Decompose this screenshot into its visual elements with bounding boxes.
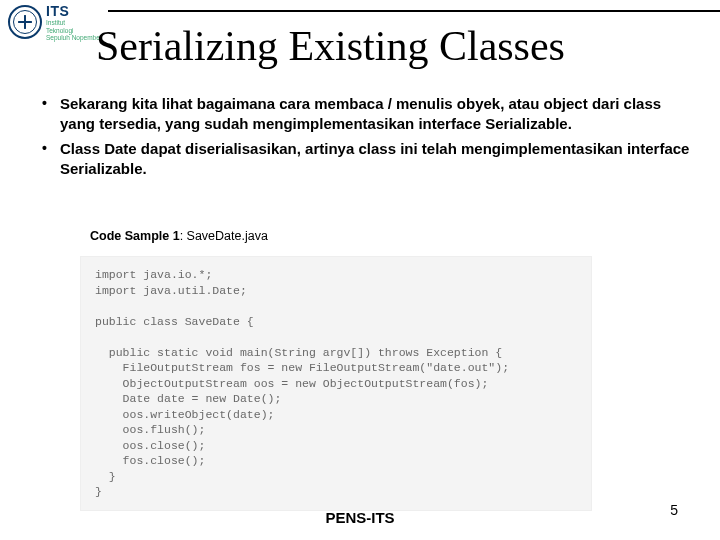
institution-logo: ITS Institut Teknologi Sepuluh Nopember	[8, 4, 102, 41]
logo-line1: Institut	[46, 19, 102, 26]
footer-label: PENS-ITS	[0, 509, 720, 526]
list-item: Class Date dapat diserialisasikan, artin…	[36, 139, 692, 178]
page-number: 5	[670, 502, 678, 518]
code-caption-file: : SaveDate.java	[180, 229, 268, 243]
logo-abbr: ITS	[46, 4, 102, 19]
code-caption-label: Code Sample 1	[90, 229, 180, 243]
code-sample-box: import java.io.*; import java.util.Date;…	[80, 256, 592, 511]
logo-line3: Sepuluh Nopember	[46, 34, 102, 41]
seal-icon	[8, 5, 42, 39]
header-divider	[108, 10, 720, 12]
slide-title: Serializing Existing Classes	[96, 22, 565, 70]
logo-line2: Teknologi	[46, 27, 102, 34]
code-caption: Code Sample 1: SaveDate.java	[90, 229, 268, 243]
code-sample: import java.io.*; import java.util.Date;…	[95, 267, 577, 500]
list-item: Sekarang kita lihat bagaimana cara memba…	[36, 94, 692, 133]
bullet-list: Sekarang kita lihat bagaimana cara memba…	[36, 94, 692, 184]
